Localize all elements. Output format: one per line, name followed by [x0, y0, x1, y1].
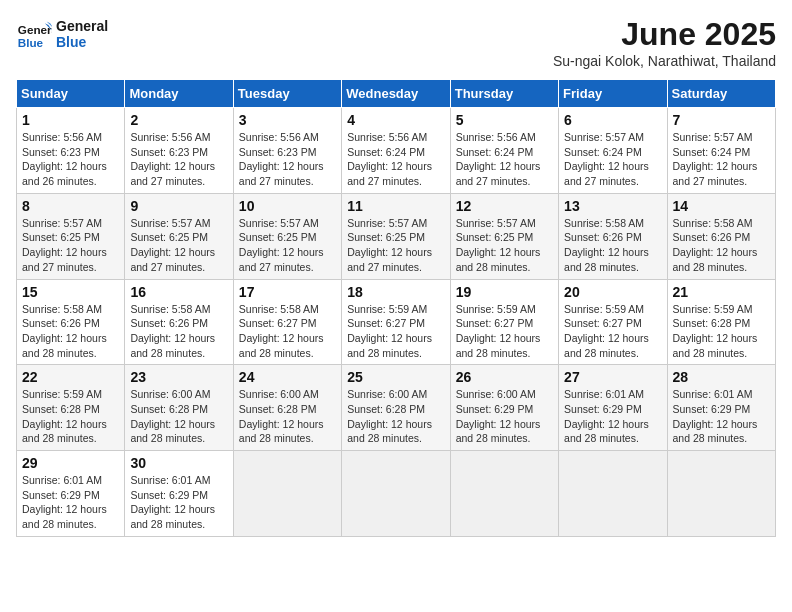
day-info: Sunrise: 5:56 AM Sunset: 6:23 PM Dayligh… — [22, 130, 119, 189]
calendar-week-row: 29Sunrise: 6:01 AM Sunset: 6:29 PM Dayli… — [17, 451, 776, 537]
day-info: Sunrise: 5:57 AM Sunset: 6:24 PM Dayligh… — [564, 130, 661, 189]
calendar-cell: 8Sunrise: 5:57 AM Sunset: 6:25 PM Daylig… — [17, 193, 125, 279]
day-info: Sunrise: 6:01 AM Sunset: 6:29 PM Dayligh… — [130, 473, 227, 532]
day-info: Sunrise: 5:57 AM Sunset: 6:25 PM Dayligh… — [130, 216, 227, 275]
day-number: 15 — [22, 284, 119, 300]
day-number: 10 — [239, 198, 336, 214]
day-info: Sunrise: 6:00 AM Sunset: 6:28 PM Dayligh… — [239, 387, 336, 446]
calendar-cell: 13Sunrise: 5:58 AM Sunset: 6:26 PM Dayli… — [559, 193, 667, 279]
day-number: 9 — [130, 198, 227, 214]
day-number: 16 — [130, 284, 227, 300]
day-info: Sunrise: 6:01 AM Sunset: 6:29 PM Dayligh… — [22, 473, 119, 532]
day-number: 24 — [239, 369, 336, 385]
title-block: June 2025 Su-ngai Kolok, Narathiwat, Tha… — [553, 16, 776, 69]
day-info: Sunrise: 5:59 AM Sunset: 6:28 PM Dayligh… — [673, 302, 770, 361]
day-info: Sunrise: 5:58 AM Sunset: 6:27 PM Dayligh… — [239, 302, 336, 361]
calendar-cell — [342, 451, 450, 537]
calendar-cell: 2Sunrise: 5:56 AM Sunset: 6:23 PM Daylig… — [125, 108, 233, 194]
calendar-cell: 10Sunrise: 5:57 AM Sunset: 6:25 PM Dayli… — [233, 193, 341, 279]
day-number: 13 — [564, 198, 661, 214]
calendar-cell: 11Sunrise: 5:57 AM Sunset: 6:25 PM Dayli… — [342, 193, 450, 279]
calendar-week-row: 15Sunrise: 5:58 AM Sunset: 6:26 PM Dayli… — [17, 279, 776, 365]
calendar-cell: 18Sunrise: 5:59 AM Sunset: 6:27 PM Dayli… — [342, 279, 450, 365]
calendar-cell: 1Sunrise: 5:56 AM Sunset: 6:23 PM Daylig… — [17, 108, 125, 194]
calendar-cell: 5Sunrise: 5:56 AM Sunset: 6:24 PM Daylig… — [450, 108, 558, 194]
weekday-header-wednesday: Wednesday — [342, 80, 450, 108]
day-number: 2 — [130, 112, 227, 128]
calendar-cell: 28Sunrise: 6:01 AM Sunset: 6:29 PM Dayli… — [667, 365, 775, 451]
day-info: Sunrise: 5:56 AM Sunset: 6:24 PM Dayligh… — [456, 130, 553, 189]
day-number: 14 — [673, 198, 770, 214]
day-info: Sunrise: 5:57 AM Sunset: 6:25 PM Dayligh… — [347, 216, 444, 275]
weekday-header-friday: Friday — [559, 80, 667, 108]
calendar-cell: 12Sunrise: 5:57 AM Sunset: 6:25 PM Dayli… — [450, 193, 558, 279]
calendar-week-row: 22Sunrise: 5:59 AM Sunset: 6:28 PM Dayli… — [17, 365, 776, 451]
day-number: 26 — [456, 369, 553, 385]
day-info: Sunrise: 5:56 AM Sunset: 6:24 PM Dayligh… — [347, 130, 444, 189]
day-number: 20 — [564, 284, 661, 300]
day-info: Sunrise: 6:01 AM Sunset: 6:29 PM Dayligh… — [673, 387, 770, 446]
day-info: Sunrise: 5:58 AM Sunset: 6:26 PM Dayligh… — [130, 302, 227, 361]
day-info: Sunrise: 5:57 AM Sunset: 6:24 PM Dayligh… — [673, 130, 770, 189]
calendar-subtitle: Su-ngai Kolok, Narathiwat, Thailand — [553, 53, 776, 69]
weekday-header-sunday: Sunday — [17, 80, 125, 108]
day-info: Sunrise: 5:58 AM Sunset: 6:26 PM Dayligh… — [673, 216, 770, 275]
day-info: Sunrise: 5:58 AM Sunset: 6:26 PM Dayligh… — [22, 302, 119, 361]
weekday-header-thursday: Thursday — [450, 80, 558, 108]
calendar-cell: 17Sunrise: 5:58 AM Sunset: 6:27 PM Dayli… — [233, 279, 341, 365]
calendar-cell: 19Sunrise: 5:59 AM Sunset: 6:27 PM Dayli… — [450, 279, 558, 365]
day-number: 11 — [347, 198, 444, 214]
logo: General Blue General Blue — [16, 16, 108, 52]
day-info: Sunrise: 5:59 AM Sunset: 6:27 PM Dayligh… — [564, 302, 661, 361]
day-number: 22 — [22, 369, 119, 385]
day-number: 12 — [456, 198, 553, 214]
weekday-header-saturday: Saturday — [667, 80, 775, 108]
calendar-week-row: 1Sunrise: 5:56 AM Sunset: 6:23 PM Daylig… — [17, 108, 776, 194]
day-number: 27 — [564, 369, 661, 385]
day-number: 28 — [673, 369, 770, 385]
calendar-cell: 21Sunrise: 5:59 AM Sunset: 6:28 PM Dayli… — [667, 279, 775, 365]
calendar-cell: 4Sunrise: 5:56 AM Sunset: 6:24 PM Daylig… — [342, 108, 450, 194]
calendar-cell: 14Sunrise: 5:58 AM Sunset: 6:26 PM Dayli… — [667, 193, 775, 279]
calendar-cell — [233, 451, 341, 537]
day-info: Sunrise: 5:56 AM Sunset: 6:23 PM Dayligh… — [239, 130, 336, 189]
day-number: 8 — [22, 198, 119, 214]
calendar-cell — [450, 451, 558, 537]
day-info: Sunrise: 6:00 AM Sunset: 6:29 PM Dayligh… — [456, 387, 553, 446]
weekday-header-row: SundayMondayTuesdayWednesdayThursdayFrid… — [17, 80, 776, 108]
calendar-cell: 24Sunrise: 6:00 AM Sunset: 6:28 PM Dayli… — [233, 365, 341, 451]
day-info: Sunrise: 5:57 AM Sunset: 6:25 PM Dayligh… — [239, 216, 336, 275]
calendar-cell: 7Sunrise: 5:57 AM Sunset: 6:24 PM Daylig… — [667, 108, 775, 194]
calendar-cell: 15Sunrise: 5:58 AM Sunset: 6:26 PM Dayli… — [17, 279, 125, 365]
day-info: Sunrise: 6:00 AM Sunset: 6:28 PM Dayligh… — [347, 387, 444, 446]
day-info: Sunrise: 5:56 AM Sunset: 6:23 PM Dayligh… — [130, 130, 227, 189]
day-number: 21 — [673, 284, 770, 300]
day-number: 7 — [673, 112, 770, 128]
calendar-cell: 9Sunrise: 5:57 AM Sunset: 6:25 PM Daylig… — [125, 193, 233, 279]
day-number: 3 — [239, 112, 336, 128]
day-number: 25 — [347, 369, 444, 385]
calendar-cell: 26Sunrise: 6:00 AM Sunset: 6:29 PM Dayli… — [450, 365, 558, 451]
calendar-cell: 3Sunrise: 5:56 AM Sunset: 6:23 PM Daylig… — [233, 108, 341, 194]
logo-blue: Blue — [56, 34, 108, 50]
calendar-cell — [559, 451, 667, 537]
calendar-cell — [667, 451, 775, 537]
logo-general: General — [56, 18, 108, 34]
calendar-cell: 20Sunrise: 5:59 AM Sunset: 6:27 PM Dayli… — [559, 279, 667, 365]
calendar-cell: 30Sunrise: 6:01 AM Sunset: 6:29 PM Dayli… — [125, 451, 233, 537]
calendar-cell: 6Sunrise: 5:57 AM Sunset: 6:24 PM Daylig… — [559, 108, 667, 194]
day-number: 19 — [456, 284, 553, 300]
day-info: Sunrise: 5:57 AM Sunset: 6:25 PM Dayligh… — [456, 216, 553, 275]
calendar-cell: 22Sunrise: 5:59 AM Sunset: 6:28 PM Dayli… — [17, 365, 125, 451]
calendar-cell: 29Sunrise: 6:01 AM Sunset: 6:29 PM Dayli… — [17, 451, 125, 537]
day-number: 5 — [456, 112, 553, 128]
day-info: Sunrise: 5:59 AM Sunset: 6:27 PM Dayligh… — [456, 302, 553, 361]
day-info: Sunrise: 6:01 AM Sunset: 6:29 PM Dayligh… — [564, 387, 661, 446]
day-number: 23 — [130, 369, 227, 385]
logo-icon: General Blue — [16, 16, 52, 52]
day-info: Sunrise: 6:00 AM Sunset: 6:28 PM Dayligh… — [130, 387, 227, 446]
header: General Blue General Blue June 2025 Su-n… — [16, 16, 776, 69]
day-number: 29 — [22, 455, 119, 471]
calendar-cell: 16Sunrise: 5:58 AM Sunset: 6:26 PM Dayli… — [125, 279, 233, 365]
day-info: Sunrise: 5:58 AM Sunset: 6:26 PM Dayligh… — [564, 216, 661, 275]
